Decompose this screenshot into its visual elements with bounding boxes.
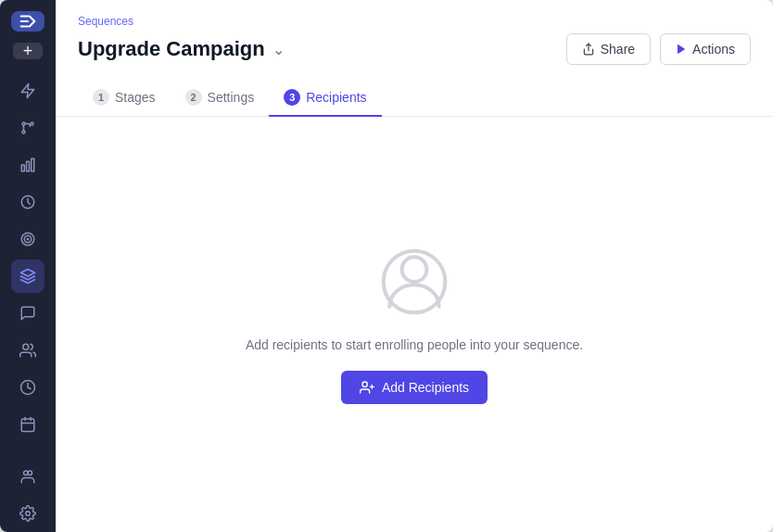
- sidebar-item-group[interactable]: [11, 460, 44, 493]
- empty-state-text: Add recipients to start enrolling people…: [246, 337, 583, 352]
- sidebar-bottom-nav: [0, 460, 56, 532]
- tab-settings-label: Settings: [208, 90, 255, 105]
- tab-recipients-label: Recipients: [306, 90, 366, 105]
- title-row: Upgrade Campaign ⌄: [78, 37, 285, 61]
- tab-stages-number: 1: [93, 89, 109, 106]
- app-container: +: [0, 0, 773, 532]
- svg-point-26: [362, 382, 367, 386]
- add-recipients-icon: [360, 380, 374, 395]
- page-header: Sequences Upgrade Campaign ⌄ Share: [56, 0, 773, 117]
- tab-settings-number: 2: [185, 89, 202, 106]
- sidebar-item-calendar[interactable]: [11, 408, 44, 441]
- actions-button[interactable]: Actions: [660, 33, 751, 65]
- sidebar-item-clock[interactable]: [11, 185, 44, 219]
- tabs: 1 Stages 2 Settings 3 Recipients: [78, 80, 751, 116]
- svg-rect-5: [32, 158, 34, 171]
- tab-stages[interactable]: 1 Stages: [78, 80, 171, 117]
- breadcrumb: Sequences: [78, 15, 751, 28]
- sidebar-item-analytics[interactable]: [11, 148, 44, 182]
- share-icon: [582, 43, 595, 56]
- sidebar-item-timer[interactable]: [11, 371, 44, 404]
- svg-rect-13: [21, 419, 34, 432]
- empty-avatar-icon: [377, 245, 451, 319]
- header-top: Upgrade Campaign ⌄ Share Actions: [78, 33, 751, 65]
- sidebar-item-target[interactable]: [11, 222, 44, 256]
- svg-point-1: [31, 122, 33, 125]
- sidebar-item-chat[interactable]: [11, 297, 44, 330]
- svg-rect-4: [27, 161, 30, 171]
- sidebar-item-settings[interactable]: [11, 497, 44, 530]
- app-logo: [11, 11, 44, 32]
- sidebar-item-layers[interactable]: [11, 260, 44, 293]
- svg-point-24: [402, 257, 427, 282]
- tab-stages-label: Stages: [115, 90, 156, 105]
- share-button[interactable]: Share: [566, 33, 651, 65]
- tab-settings[interactable]: 2 Settings: [171, 80, 270, 117]
- svg-marker-23: [678, 45, 685, 54]
- sidebar: +: [0, 0, 56, 532]
- svg-point-11: [23, 344, 29, 349]
- svg-marker-10: [21, 270, 35, 277]
- page-title: Upgrade Campaign: [78, 37, 265, 61]
- sidebar-item-lightning[interactable]: [11, 74, 44, 108]
- svg-point-9: [27, 238, 29, 240]
- sidebar-nav: [0, 74, 56, 441]
- chevron-down-icon[interactable]: ⌄: [272, 41, 285, 58]
- actions-icon: [676, 44, 687, 55]
- add-button[interactable]: +: [13, 43, 43, 59]
- tab-recipients[interactable]: 3 Recipients: [269, 80, 381, 117]
- svg-point-18: [28, 471, 32, 475]
- tab-recipients-number: 3: [284, 89, 300, 106]
- svg-point-19: [26, 512, 31, 516]
- empty-state: Add recipients to start enrolling people…: [56, 117, 773, 532]
- sidebar-item-users[interactable]: [11, 334, 44, 367]
- sidebar-item-sequences[interactable]: [11, 111, 44, 145]
- add-recipients-button[interactable]: Add Recipients: [341, 371, 488, 404]
- svg-rect-3: [21, 165, 24, 171]
- main-content: Sequences Upgrade Campaign ⌄ Share: [56, 0, 773, 532]
- header-actions: Share Actions: [566, 33, 751, 65]
